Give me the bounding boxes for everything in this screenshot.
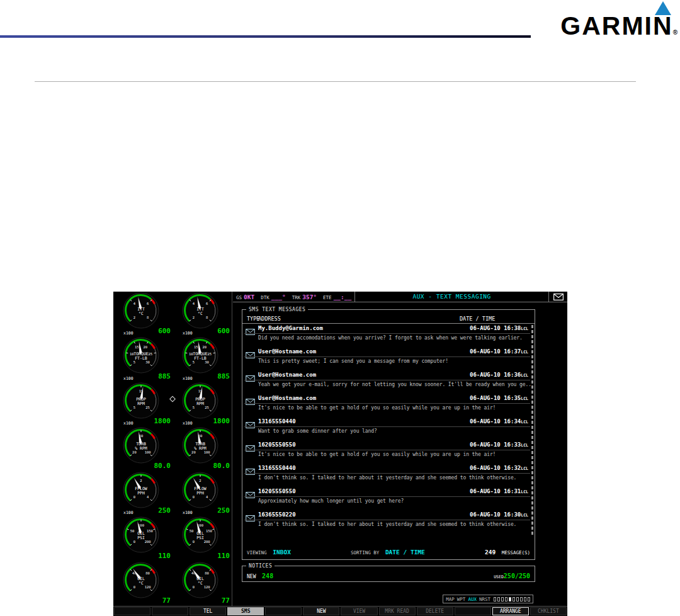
section-rule <box>35 81 636 82</box>
gauge-right-itt-c: 2468ITT°Cx100600 <box>173 292 232 336</box>
sms-message-row[interactable]: 13165550440 06-AUG-10 16:34LCL Want to g… <box>242 418 535 442</box>
softkey-view[interactable]: VIEW <box>341 607 377 615</box>
sms-address: User@Hostname.com <box>258 372 316 378</box>
gauge-left-turb-rpm: 2060100TURB% RPM80.0 <box>113 426 173 471</box>
svg-text:80: 80 <box>205 571 209 575</box>
gauge-value: 600 <box>217 327 230 335</box>
row-divider <box>244 520 530 520</box>
pagegroup-labels: MAPWPTAUXNRST <box>446 596 490 602</box>
gauge-right-torque-ft-lb: 51015202530TORQUEFT-LBx100885 <box>173 336 232 381</box>
gauge-multiplier: x100 <box>123 421 133 426</box>
sms-message-row[interactable]: 13165550440 06-AUG-10 16:32LCL I don't t… <box>242 465 535 488</box>
gauge-multiplier: x100 <box>123 376 133 381</box>
gauge-left-itt-c: 2468ITT°Cx100600 <box>113 292 173 336</box>
sms-datetime: 06-AUG-10 16:34LCL <box>470 418 528 425</box>
svg-text:6: 6 <box>206 302 208 305</box>
softkey-blank <box>265 607 302 615</box>
message-count: 249 MESSAGE(S) <box>485 545 530 557</box>
gauge-label: TORQUEFT-LB <box>173 352 228 361</box>
sms-datetime: 06-AUG-10 16:36LCL <box>470 372 528 378</box>
mfd-screenshot: 2468ITT°Cx1006002468ITT°Cx10060051015202… <box>113 292 567 616</box>
sms-preview: It's nice to be able to get a hold of yo… <box>258 405 531 411</box>
gauge-value: 110 <box>217 552 230 560</box>
softkey-new[interactable]: NEW <box>303 607 339 615</box>
pagegroup-boxes <box>494 597 530 602</box>
softkey-mrk-read[interactable]: MRK READ <box>379 607 416 615</box>
viewing-field[interactable]: VIEWING INBOX <box>247 545 291 557</box>
sms-preview: Did you need accomodations when you arri… <box>258 335 531 341</box>
notices-box: NOTICES NEW 248 USED250/250 <box>242 566 535 582</box>
sms-datetime: 06-AUG-10 16:33LCL <box>470 442 528 448</box>
eis-row: 04080120OIL°C7704080120OIL°C77 <box>113 561 232 606</box>
sms-message-row[interactable]: 16365550220 06-AUG-10 16:30LCL I don't t… <box>242 511 535 535</box>
eis-row: 2468ITT°Cx1006002468ITT°Cx100600 <box>113 292 232 336</box>
softkey-arrange[interactable]: ARRANGE <box>492 607 529 615</box>
nav-field-dtk: DTK___° <box>258 294 288 300</box>
page-box <box>513 597 515 602</box>
registered-mark: ® <box>673 29 677 36</box>
garmin-wordmark: GARMIN® <box>560 11 677 41</box>
softkey-sms[interactable]: SMS <box>227 607 264 615</box>
notices-new: NEW 248 <box>247 569 273 581</box>
gauge-left-torque-ft-lb: 51015202530TORQUEFT-LBx100885 <box>113 336 173 381</box>
svg-text:20: 20 <box>143 345 147 349</box>
pagegroup-map: MAP <box>446 596 455 602</box>
softkey-tel[interactable]: TEL <box>190 607 226 615</box>
sms-message-row[interactable]: User@Hostname.com 06-AUG-10 16:36LCL Yea… <box>242 372 535 395</box>
sms-address: 16365550220 <box>258 511 296 518</box>
envelope-icon <box>246 512 255 524</box>
sms-message-row[interactable]: User@Hostname.com 06-AUG-10 16:35LCL It'… <box>242 395 535 418</box>
row-divider <box>244 356 530 357</box>
row-divider <box>244 496 530 497</box>
gauge-left-prop-rpm: 51525PROPRPMx1001800 <box>113 382 173 426</box>
svg-text:15: 15 <box>194 345 198 349</box>
gauge-value: 77 <box>222 596 230 605</box>
page-box <box>505 597 507 602</box>
softkey-delete[interactable]: DELETE <box>417 607 453 615</box>
gauge-value: 1800 <box>213 417 230 425</box>
eis-row: 024FFLOWPPHx100250024FFLOWPPHx100250 <box>113 471 232 516</box>
page-box <box>501 597 504 602</box>
softkey-chklist[interactable]: CHKLIST <box>530 607 567 615</box>
sms-datetime: 06-AUG-10 16:32LCL <box>470 465 528 471</box>
envelope-icon <box>246 326 255 338</box>
gauge-label: PROPRPM <box>113 397 169 406</box>
sms-address: My.Buddy@Garmin.com <box>258 325 323 331</box>
sms-datetime: 06-AUG-10 16:38LCL <box>470 325 528 331</box>
sms-preview: This is pretty sweet; I can send you a m… <box>258 358 531 364</box>
sms-message-row[interactable]: 16205550550 06-AUG-10 16:33LCL It's nice… <box>242 442 535 465</box>
envelope-icon <box>246 349 255 361</box>
sms-address: User@Hostname.com <box>258 348 316 355</box>
gauge-label: TURB% RPM <box>173 442 228 451</box>
column-address: ADDRESS <box>258 316 281 322</box>
sms-preview: Approximately how much longer until you … <box>258 498 531 504</box>
gauge-right-turb-rpm: 2060100TURB% RPM80.0 <box>173 426 232 471</box>
svg-text:6: 6 <box>147 302 149 305</box>
sms-column-headers: TYPE ADDRESS DATE / TIME <box>242 316 535 324</box>
sorting-field[interactable]: SORTING BY DATE / TIME <box>351 545 425 557</box>
sms-message-row[interactable]: My.Buddy@Garmin.com 06-AUG-10 16:38LCL D… <box>242 325 535 348</box>
row-divider <box>244 450 530 450</box>
gauge-value: 600 <box>158 327 171 335</box>
sms-message-row[interactable]: User@Hostname.com 06-AUG-10 16:37LCL Thi… <box>242 348 535 372</box>
sms-address: User@Hostname.com <box>258 395 316 401</box>
sms-address: 16205550550 <box>258 442 296 448</box>
scrollbar[interactable] <box>531 325 533 535</box>
softkey-blank <box>152 607 188 615</box>
notices-content: NEW 248 USED250/250 <box>242 568 535 581</box>
sms-preview: I don't think so. I talked to her about … <box>258 475 531 481</box>
column-datetime: DATE / TIME <box>460 316 495 322</box>
mfd-main-area: GS0KTDTK___°TRK357°ETE__:__ AUX - TEXT M… <box>233 292 567 606</box>
gauge-multiplier: x100 <box>183 376 193 381</box>
envelope-icon <box>246 372 255 384</box>
gauge-value: 250 <box>158 506 171 515</box>
sms-box-title: SMS TEXT MESSAGES <box>246 307 308 312</box>
eis-row: 51525PROPRPMx100180051525PROPRPMx1001800 <box>113 382 232 426</box>
gauge-value: 80.0 <box>213 462 230 470</box>
sms-message-row[interactable]: 16205550550 06-AUG-10 16:31LCL Approxima… <box>242 488 535 511</box>
row-divider <box>244 403 530 404</box>
row-divider <box>244 333 530 334</box>
svg-text:20: 20 <box>202 345 207 349</box>
notices-used: USED250/250 <box>494 569 530 581</box>
eis-panel: 2468ITT°Cx1006002468ITT°Cx10060051015202… <box>113 292 232 606</box>
